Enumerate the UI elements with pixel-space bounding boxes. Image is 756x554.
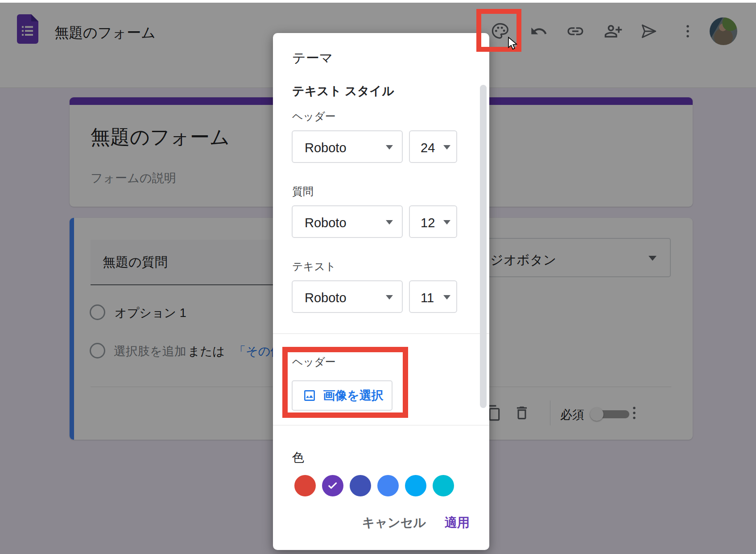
cancel-button[interactable]: キャンセル (362, 514, 426, 531)
panel-actions: キャンセル 適用 (273, 514, 470, 531)
mouse-cursor (507, 37, 518, 52)
color-swatch-purple-selected[interactable] (322, 475, 343, 496)
header-font-value: Roboto (305, 141, 347, 155)
divider (273, 333, 489, 334)
chevron-down-icon (386, 295, 393, 300)
highlight-box-header-image (282, 347, 408, 418)
chevron-down-icon (443, 145, 450, 150)
chevron-down-icon (443, 295, 450, 300)
theme-panel: テーマ テキスト スタイル ヘッダー Roboto 24 質問 Roboto 1… (273, 33, 489, 550)
question-font-value: Roboto (305, 216, 347, 230)
color-swatch-indigo[interactable] (350, 475, 371, 496)
question-font-select[interactable]: Roboto (292, 205, 403, 238)
chevron-down-icon (386, 220, 393, 225)
chevron-down-icon (443, 220, 450, 225)
header-size-value: 24 (421, 141, 435, 155)
color-swatch-lightblue[interactable] (405, 475, 426, 496)
browser-edge-strip (0, 0, 756, 3)
header-size-select[interactable]: 24 (409, 130, 457, 163)
question-font-label: 質問 (292, 184, 314, 199)
color-swatch-red[interactable] (294, 475, 316, 496)
divider (273, 425, 489, 425)
check-icon (327, 480, 339, 492)
color-swatch-row (294, 475, 454, 496)
text-size-value: 11 (421, 291, 434, 305)
color-swatch-blue[interactable] (377, 475, 399, 496)
chevron-down-icon (386, 145, 393, 150)
header-font-label: ヘッダー (292, 109, 336, 124)
text-style-section-heading: テキスト スタイル (292, 83, 394, 99)
text-font-value: Roboto (305, 291, 347, 305)
color-section-label: 色 (292, 450, 304, 466)
text-size-select[interactable]: 11 (409, 280, 457, 313)
text-font-label: テキスト (292, 259, 336, 274)
question-size-value: 12 (421, 216, 435, 230)
apply-button[interactable]: 適用 (445, 514, 470, 531)
panel-scrollbar-thumb[interactable] (480, 85, 487, 408)
text-font-select[interactable]: Roboto (292, 280, 403, 313)
color-swatch-teal[interactable] (433, 475, 454, 496)
header-font-select[interactable]: Roboto (292, 130, 403, 163)
question-size-select[interactable]: 12 (409, 205, 457, 238)
panel-title: テーマ (292, 49, 333, 67)
